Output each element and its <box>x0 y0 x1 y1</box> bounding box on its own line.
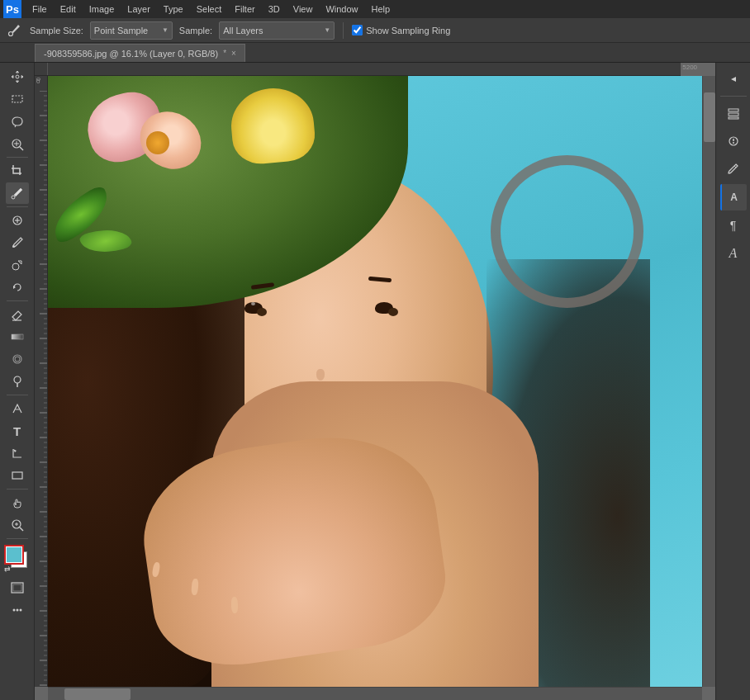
sampling-ring <box>491 155 643 308</box>
tool-separator-6 <box>7 538 28 539</box>
sample-chevron-icon: ▼ <box>324 26 330 34</box>
menu-view[interactable]: View <box>287 0 319 18</box>
menu-window[interactable]: Window <box>320 0 363 18</box>
zoom-tool-button[interactable] <box>6 514 29 536</box>
blur-tool-button[interactable] <box>6 348 29 370</box>
tool-separator-4 <box>7 395 28 395</box>
pen-tool-button[interactable] <box>6 398 29 419</box>
menu-help[interactable]: Help <box>366 0 396 18</box>
options-bar: Sample Size: Point Sample ▼ Sample: All … <box>0 18 750 43</box>
screen-mode-button[interactable] <box>6 577 29 598</box>
app-logo: Ps <box>3 0 21 18</box>
vertical-scrollbar[interactable] <box>702 76 715 687</box>
shape-tool-button[interactable] <box>6 465 29 486</box>
svg-point-38 <box>733 142 734 144</box>
menu-layer[interactable]: Layer <box>121 0 156 18</box>
svg-rect-34 <box>729 113 738 116</box>
path-selection-button[interactable] <box>6 442 29 464</box>
svg-point-19 <box>15 357 20 362</box>
gradient-tool-button[interactable] <box>6 326 29 348</box>
menu-filter[interactable]: Filter <box>229 0 260 18</box>
svg-point-12 <box>12 245 15 248</box>
swap-colors-icon[interactable]: ⇄ <box>4 565 11 573</box>
history-brush-button[interactable] <box>6 277 29 298</box>
svg-point-7 <box>12 196 15 199</box>
ruler-corner <box>35 63 48 76</box>
text-tool-icon: T <box>13 424 21 438</box>
right-panel-separator <box>720 96 747 97</box>
dodge-tool-button[interactable] <box>6 371 29 392</box>
svg-marker-22 <box>13 449 17 452</box>
document-tab[interactable]: -908359586.jpg @ 16.1% (Layer 0, RGB/8) … <box>35 44 245 62</box>
tool-separator-2 <box>7 206 28 207</box>
svg-line-39 <box>734 166 736 168</box>
hand-tool-button[interactable] <box>6 492 29 513</box>
lasso-tool-button[interactable] <box>6 111 29 132</box>
menu-image[interactable]: Image <box>83 0 121 18</box>
eraser-tool-button[interactable] <box>6 304 29 325</box>
eyedropper-icon <box>5 21 23 40</box>
paragraph-panel-button[interactable]: ¶ <box>720 212 747 239</box>
menu-select[interactable]: Select <box>191 0 228 18</box>
ai-layers-button[interactable]: A <box>720 184 747 210</box>
show-sampling-ring-label: Show Sampling Ring <box>366 26 450 35</box>
collapse-panel-button[interactable] <box>720 66 747 92</box>
foreground-color-swatch[interactable] <box>6 546 22 563</box>
menu-3d[interactable]: 3D <box>263 0 286 18</box>
extras-button[interactable] <box>6 599 29 621</box>
character-icon: A <box>729 246 738 261</box>
svg-line-25 <box>20 527 23 531</box>
svg-rect-3 <box>12 96 22 102</box>
tab-close-button[interactable]: × <box>231 49 236 58</box>
brush-settings-panel-button[interactable] <box>720 156 747 182</box>
svg-rect-23 <box>12 472 22 479</box>
sample-size-dropdown[interactable]: Point Sample ▼ <box>90 21 173 40</box>
canvas-image-area[interactable] <box>48 76 702 687</box>
options-divider <box>343 22 344 39</box>
move-tool-button[interactable] <box>6 66 29 88</box>
photo-container <box>48 76 702 687</box>
tab-bar: -908359586.jpg @ 16.1% (Layer 0, RGB/8) … <box>0 43 750 63</box>
svg-point-13 <box>12 263 19 270</box>
properties-button[interactable] <box>720 128 747 154</box>
finger-3 <box>230 597 238 613</box>
svg-rect-17 <box>12 334 23 339</box>
clone-stamp-button[interactable] <box>6 254 29 276</box>
sample-size-label: Sample Size: <box>30 26 83 35</box>
healing-brush-button[interactable] <box>6 210 29 231</box>
menu-file[interactable]: File <box>26 0 53 18</box>
scrollbar-thumb-v[interactable] <box>704 92 715 142</box>
canvas-area[interactable]: 0 <box>35 63 715 700</box>
flower-center-1 <box>146 131 169 154</box>
svg-point-31 <box>16 609 18 612</box>
scrollbar-thumb-h[interactable] <box>64 688 131 700</box>
ai-layers-icon: A <box>730 192 738 203</box>
nose <box>316 369 325 381</box>
character-panel-button[interactable]: A <box>720 240 747 267</box>
iris-right <box>388 308 398 316</box>
brush-tool-button[interactable] <box>6 232 29 253</box>
text-tool-button[interactable]: T <box>6 420 29 442</box>
svg-point-0 <box>9 31 13 35</box>
show-sampling-ring-checkbox[interactable] <box>352 25 363 35</box>
ruler-tick-5200: 5200 <box>682 64 697 71</box>
menu-type[interactable]: Type <box>158 0 189 18</box>
crop-tool-button[interactable] <box>6 160 29 182</box>
svg-point-18 <box>13 355 21 363</box>
horizontal-scrollbar[interactable] <box>48 687 702 700</box>
rectangular-marquee-button[interactable] <box>6 88 29 110</box>
eyedropper-tool-button[interactable] <box>6 182 29 204</box>
svg-rect-33 <box>729 109 738 111</box>
quick-select-button[interactable] <box>6 133 29 154</box>
left-toolbar: T <box>0 63 35 700</box>
svg-point-30 <box>12 609 15 612</box>
ruler-horizontal <box>35 63 681 76</box>
svg-point-20 <box>14 376 21 383</box>
tab-modified-indicator: * <box>223 49 226 58</box>
menu-edit[interactable]: Edit <box>55 0 82 18</box>
sample-dropdown[interactable]: All Layers ▼ <box>219 21 335 40</box>
svg-point-32 <box>19 609 21 612</box>
show-sampling-ring-area: Show Sampling Ring <box>352 25 450 35</box>
tab-filename: -908359586.jpg @ 16.1% (Layer 0, RGB/8) <box>44 49 218 59</box>
layer-comps-button[interactable] <box>720 100 747 126</box>
